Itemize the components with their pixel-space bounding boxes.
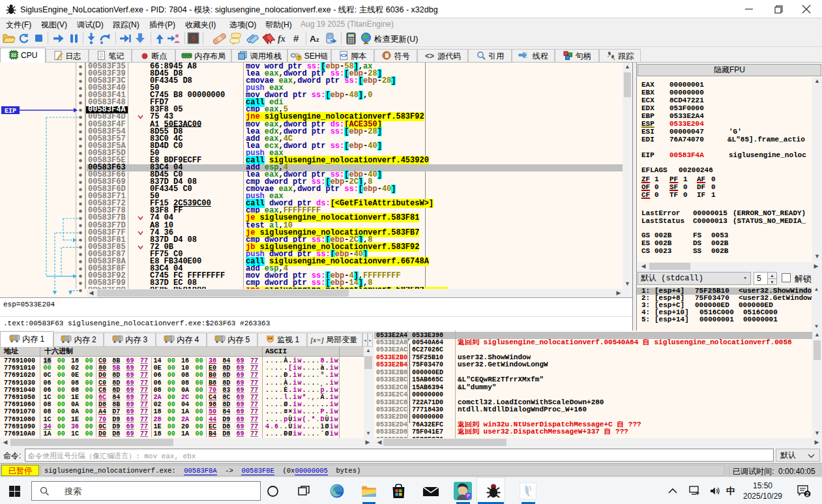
svg-text:#: # [293, 33, 299, 44]
svg-text:32: 32 [11, 53, 16, 57]
svg-text:<>: <> [340, 52, 347, 59]
svg-text:S: S [191, 33, 196, 43]
svg-text:2: 2 [806, 491, 809, 497]
svg-text:<>: <> [425, 52, 434, 61]
svg-text:A: A [310, 34, 316, 44]
svg-text:fx: fx [278, 34, 286, 44]
svg-text:z: z [316, 37, 319, 43]
svg-text:?: ? [298, 55, 301, 61]
svg-text:EIP: EIP [5, 108, 16, 115]
